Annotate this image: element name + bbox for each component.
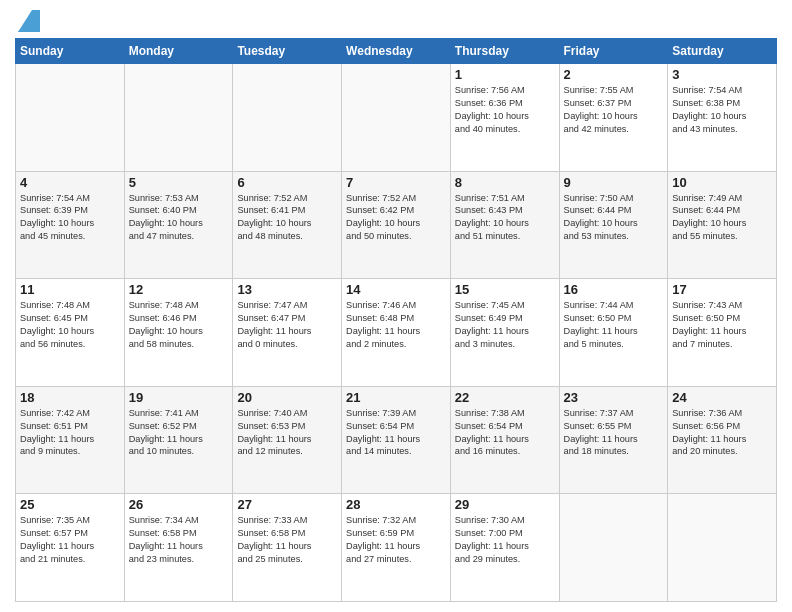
calendar-week-row: 11Sunrise: 7:48 AMSunset: 6:45 PMDayligh… <box>16 279 777 387</box>
day-number: 25 <box>20 497 120 512</box>
day-info: Sunrise: 7:35 AMSunset: 6:57 PMDaylight:… <box>20 514 120 566</box>
day-info: Sunrise: 7:30 AMSunset: 7:00 PMDaylight:… <box>455 514 555 566</box>
day-number: 13 <box>237 282 337 297</box>
day-number: 3 <box>672 67 772 82</box>
calendar-body: 1Sunrise: 7:56 AMSunset: 6:36 PMDaylight… <box>16 64 777 602</box>
day-number: 27 <box>237 497 337 512</box>
day-number: 6 <box>237 175 337 190</box>
weekday-header-cell: Sunday <box>16 39 125 64</box>
weekday-header-cell: Tuesday <box>233 39 342 64</box>
calendar-day-cell: 10Sunrise: 7:49 AMSunset: 6:44 PMDayligh… <box>668 171 777 279</box>
day-number: 4 <box>20 175 120 190</box>
day-number: 16 <box>564 282 664 297</box>
calendar: SundayMondayTuesdayWednesdayThursdayFrid… <box>15 38 777 602</box>
weekday-header-row: SundayMondayTuesdayWednesdayThursdayFrid… <box>16 39 777 64</box>
day-number: 23 <box>564 390 664 405</box>
calendar-day-cell: 20Sunrise: 7:40 AMSunset: 6:53 PMDayligh… <box>233 386 342 494</box>
calendar-day-cell <box>668 494 777 602</box>
calendar-day-cell <box>16 64 125 172</box>
calendar-day-cell: 22Sunrise: 7:38 AMSunset: 6:54 PMDayligh… <box>450 386 559 494</box>
day-number: 18 <box>20 390 120 405</box>
day-info: Sunrise: 7:48 AMSunset: 6:45 PMDaylight:… <box>20 299 120 351</box>
page: SundayMondayTuesdayWednesdayThursdayFrid… <box>0 0 792 612</box>
weekday-header-cell: Wednesday <box>342 39 451 64</box>
day-number: 29 <box>455 497 555 512</box>
day-info: Sunrise: 7:39 AMSunset: 6:54 PMDaylight:… <box>346 407 446 459</box>
day-number: 19 <box>129 390 229 405</box>
day-info: Sunrise: 7:40 AMSunset: 6:53 PMDaylight:… <box>237 407 337 459</box>
header <box>15 10 777 32</box>
calendar-day-cell: 12Sunrise: 7:48 AMSunset: 6:46 PMDayligh… <box>124 279 233 387</box>
day-number: 1 <box>455 67 555 82</box>
day-number: 24 <box>672 390 772 405</box>
day-info: Sunrise: 7:54 AMSunset: 6:39 PMDaylight:… <box>20 192 120 244</box>
day-info: Sunrise: 7:51 AMSunset: 6:43 PMDaylight:… <box>455 192 555 244</box>
day-number: 17 <box>672 282 772 297</box>
day-info: Sunrise: 7:36 AMSunset: 6:56 PMDaylight:… <box>672 407 772 459</box>
day-number: 8 <box>455 175 555 190</box>
calendar-day-cell <box>124 64 233 172</box>
day-info: Sunrise: 7:41 AMSunset: 6:52 PMDaylight:… <box>129 407 229 459</box>
day-number: 7 <box>346 175 446 190</box>
day-number: 14 <box>346 282 446 297</box>
day-info: Sunrise: 7:33 AMSunset: 6:58 PMDaylight:… <box>237 514 337 566</box>
calendar-day-cell: 19Sunrise: 7:41 AMSunset: 6:52 PMDayligh… <box>124 386 233 494</box>
day-number: 2 <box>564 67 664 82</box>
svg-marker-1 <box>18 10 40 32</box>
day-info: Sunrise: 7:52 AMSunset: 6:42 PMDaylight:… <box>346 192 446 244</box>
day-info: Sunrise: 7:50 AMSunset: 6:44 PMDaylight:… <box>564 192 664 244</box>
day-number: 5 <box>129 175 229 190</box>
day-number: 9 <box>564 175 664 190</box>
weekday-header-cell: Monday <box>124 39 233 64</box>
calendar-day-cell: 4Sunrise: 7:54 AMSunset: 6:39 PMDaylight… <box>16 171 125 279</box>
day-number: 22 <box>455 390 555 405</box>
calendar-day-cell: 23Sunrise: 7:37 AMSunset: 6:55 PMDayligh… <box>559 386 668 494</box>
day-number: 11 <box>20 282 120 297</box>
day-info: Sunrise: 7:53 AMSunset: 6:40 PMDaylight:… <box>129 192 229 244</box>
day-info: Sunrise: 7:42 AMSunset: 6:51 PMDaylight:… <box>20 407 120 459</box>
calendar-day-cell <box>342 64 451 172</box>
calendar-day-cell: 27Sunrise: 7:33 AMSunset: 6:58 PMDayligh… <box>233 494 342 602</box>
day-info: Sunrise: 7:34 AMSunset: 6:58 PMDaylight:… <box>129 514 229 566</box>
calendar-day-cell: 14Sunrise: 7:46 AMSunset: 6:48 PMDayligh… <box>342 279 451 387</box>
calendar-day-cell: 8Sunrise: 7:51 AMSunset: 6:43 PMDaylight… <box>450 171 559 279</box>
calendar-day-cell: 11Sunrise: 7:48 AMSunset: 6:45 PMDayligh… <box>16 279 125 387</box>
day-number: 12 <box>129 282 229 297</box>
calendar-day-cell: 26Sunrise: 7:34 AMSunset: 6:58 PMDayligh… <box>124 494 233 602</box>
weekday-header-cell: Friday <box>559 39 668 64</box>
weekday-header-cell: Saturday <box>668 39 777 64</box>
calendar-day-cell: 18Sunrise: 7:42 AMSunset: 6:51 PMDayligh… <box>16 386 125 494</box>
calendar-day-cell: 7Sunrise: 7:52 AMSunset: 6:42 PMDaylight… <box>342 171 451 279</box>
calendar-day-cell: 16Sunrise: 7:44 AMSunset: 6:50 PMDayligh… <box>559 279 668 387</box>
calendar-day-cell: 6Sunrise: 7:52 AMSunset: 6:41 PMDaylight… <box>233 171 342 279</box>
calendar-day-cell: 21Sunrise: 7:39 AMSunset: 6:54 PMDayligh… <box>342 386 451 494</box>
calendar-week-row: 4Sunrise: 7:54 AMSunset: 6:39 PMDaylight… <box>16 171 777 279</box>
day-number: 10 <box>672 175 772 190</box>
day-info: Sunrise: 7:48 AMSunset: 6:46 PMDaylight:… <box>129 299 229 351</box>
day-info: Sunrise: 7:45 AMSunset: 6:49 PMDaylight:… <box>455 299 555 351</box>
calendar-day-cell: 3Sunrise: 7:54 AMSunset: 6:38 PMDaylight… <box>668 64 777 172</box>
logo <box>15 14 40 32</box>
calendar-day-cell <box>233 64 342 172</box>
calendar-day-cell <box>559 494 668 602</box>
day-info: Sunrise: 7:32 AMSunset: 6:59 PMDaylight:… <box>346 514 446 566</box>
day-info: Sunrise: 7:37 AMSunset: 6:55 PMDaylight:… <box>564 407 664 459</box>
calendar-week-row: 25Sunrise: 7:35 AMSunset: 6:57 PMDayligh… <box>16 494 777 602</box>
day-number: 26 <box>129 497 229 512</box>
calendar-day-cell: 13Sunrise: 7:47 AMSunset: 6:47 PMDayligh… <box>233 279 342 387</box>
calendar-day-cell: 9Sunrise: 7:50 AMSunset: 6:44 PMDaylight… <box>559 171 668 279</box>
calendar-day-cell: 2Sunrise: 7:55 AMSunset: 6:37 PMDaylight… <box>559 64 668 172</box>
day-info: Sunrise: 7:56 AMSunset: 6:36 PMDaylight:… <box>455 84 555 136</box>
day-info: Sunrise: 7:55 AMSunset: 6:37 PMDaylight:… <box>564 84 664 136</box>
calendar-day-cell: 15Sunrise: 7:45 AMSunset: 6:49 PMDayligh… <box>450 279 559 387</box>
calendar-day-cell: 5Sunrise: 7:53 AMSunset: 6:40 PMDaylight… <box>124 171 233 279</box>
calendar-day-cell: 28Sunrise: 7:32 AMSunset: 6:59 PMDayligh… <box>342 494 451 602</box>
day-info: Sunrise: 7:52 AMSunset: 6:41 PMDaylight:… <box>237 192 337 244</box>
calendar-week-row: 1Sunrise: 7:56 AMSunset: 6:36 PMDaylight… <box>16 64 777 172</box>
calendar-week-row: 18Sunrise: 7:42 AMSunset: 6:51 PMDayligh… <box>16 386 777 494</box>
calendar-day-cell: 1Sunrise: 7:56 AMSunset: 6:36 PMDaylight… <box>450 64 559 172</box>
calendar-day-cell: 29Sunrise: 7:30 AMSunset: 7:00 PMDayligh… <box>450 494 559 602</box>
calendar-day-cell: 25Sunrise: 7:35 AMSunset: 6:57 PMDayligh… <box>16 494 125 602</box>
day-info: Sunrise: 7:38 AMSunset: 6:54 PMDaylight:… <box>455 407 555 459</box>
day-info: Sunrise: 7:44 AMSunset: 6:50 PMDaylight:… <box>564 299 664 351</box>
